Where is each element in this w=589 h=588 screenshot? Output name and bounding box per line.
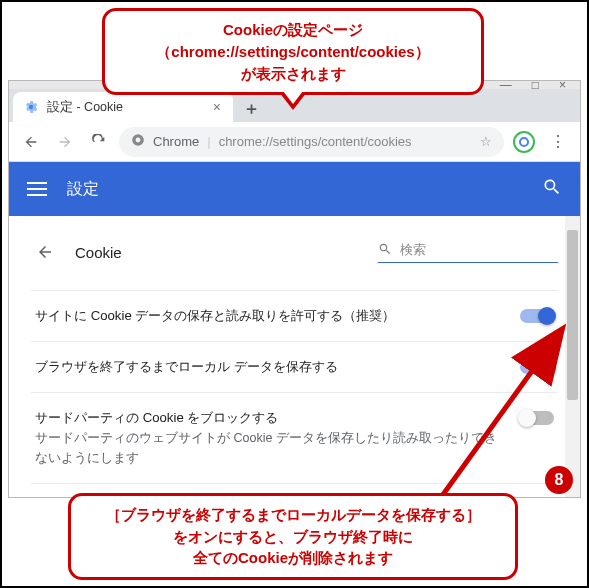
- svg-point-2: [136, 138, 141, 143]
- callout-bottom-line1: ［ブラウザを終了するまでローカルデータを保存する］: [87, 504, 499, 526]
- toggle-block-third-party[interactable]: [520, 411, 554, 425]
- browser-toolbar: Chrome | chrome://settings/content/cooki…: [9, 122, 580, 162]
- chrome-page-icon: [131, 133, 145, 150]
- setting-allow-cookies[interactable]: サイトに Cookie データの保存と読み取りを許可する（推奨）: [31, 290, 558, 342]
- gear-icon: [23, 99, 39, 115]
- step-badge: 8: [545, 466, 573, 494]
- hamburger-menu-button[interactable]: [27, 182, 47, 196]
- setting-desc: サードパーティのウェブサイトが Cookie データを保存したり読み取ったりでき…: [35, 429, 508, 468]
- settings-app-title: 設定: [67, 179, 99, 200]
- back-button[interactable]: [17, 128, 45, 156]
- settings-list: サイトに Cookie データの保存と読み取りを許可する（推奨） ブラウザを終了…: [31, 290, 558, 497]
- setting-block-third-party[interactable]: サードパーティの Cookie をブロックする サードパーティのウェブサイトが …: [31, 393, 558, 485]
- callout-bottom-line3: 全てのCookieが削除されます: [87, 547, 499, 569]
- address-bar[interactable]: Chrome | chrome://settings/content/cooki…: [119, 127, 504, 157]
- toggle-allow-cookies[interactable]: [520, 309, 554, 323]
- toggle-keep-until-quit[interactable]: [520, 360, 554, 374]
- settings-content: Cookie 検索 サイトに Cookie データの保存と読み取りを許可する（推…: [9, 216, 580, 497]
- callout-top-line1: Cookieの設定ページ: [121, 19, 465, 41]
- callout-top-line3: が表示されます: [121, 63, 465, 85]
- omnibox-url: chrome://settings/content/cookies: [219, 134, 412, 149]
- setting-title: ブラウザを終了するまでローカル データを保存する: [35, 357, 508, 377]
- scrollbar-thumb[interactable]: [567, 230, 578, 400]
- reload-button[interactable]: [85, 128, 113, 156]
- section-header: Cookie 検索: [31, 230, 558, 280]
- setting-keep-until-quit[interactable]: ブラウザを終了するまでローカル データを保存する: [31, 342, 558, 393]
- callout-top-line2: （chrome://settings/content/cookies）: [121, 41, 465, 63]
- omnibox-origin: Chrome: [153, 134, 199, 149]
- settings-search-button[interactable]: [542, 177, 562, 201]
- setting-title: サイトに Cookie データの保存と読み取りを許可する（推奨）: [35, 306, 508, 326]
- forward-button[interactable]: [51, 128, 79, 156]
- omnibox-separator: |: [207, 134, 210, 149]
- callout-arrow-icon: [279, 92, 307, 110]
- section-title: Cookie: [75, 244, 122, 261]
- bookmark-star-icon[interactable]: ☆: [480, 134, 492, 149]
- callout-bottom-line2: をオンにすると、ブラウザ終了時に: [87, 526, 499, 548]
- settings-app-bar: 設定: [9, 162, 580, 216]
- scrollbar[interactable]: [565, 216, 580, 497]
- callout-top: Cookieの設定ページ （chrome://settings/content/…: [102, 8, 484, 95]
- new-tab-button[interactable]: ＋: [237, 94, 265, 122]
- tab-title: 設定 - Cookie: [47, 99, 123, 116]
- browser-window: — □ × 設定 - Cookie × ＋ Chrome | c: [8, 80, 581, 498]
- browser-menu-button[interactable]: ⋮: [544, 128, 572, 156]
- magnifier-icon: [378, 242, 392, 259]
- search-placeholder: 検索: [400, 241, 426, 259]
- setting-title: サードパーティの Cookie をブロックする: [35, 408, 508, 428]
- settings-search-field[interactable]: 検索: [378, 241, 558, 263]
- callout-bottom: ［ブラウザを終了するまでローカルデータを保存する］ をオンにすると、ブラウザ終了…: [68, 493, 518, 580]
- section-back-button[interactable]: [31, 238, 59, 266]
- browser-tab[interactable]: 設定 - Cookie ×: [13, 92, 233, 122]
- extension-icon[interactable]: [510, 128, 538, 156]
- tab-close-button[interactable]: ×: [213, 99, 221, 115]
- step-number: 8: [555, 471, 564, 489]
